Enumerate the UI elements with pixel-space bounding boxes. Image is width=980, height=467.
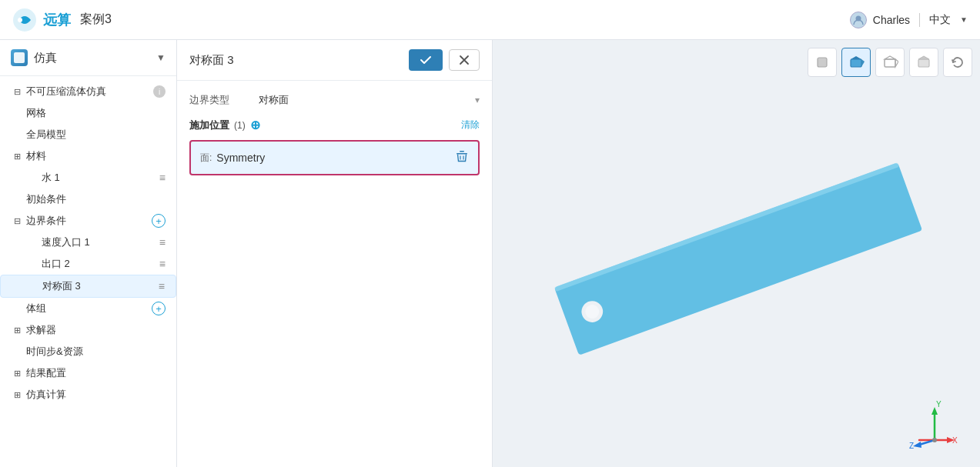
expand-icon-incompressible: ⊟ <box>11 85 23 98</box>
result-config-label: 结果配置 <box>26 366 166 380</box>
delete-location-btn[interactable] <box>455 149 469 166</box>
svg-point-1 <box>18 18 22 22</box>
axis-indicator: Y X Z <box>908 398 962 452</box>
boundary-type-value[interactable]: 对称面 ▾ <box>259 93 480 107</box>
svg-text:X: X <box>952 436 958 445</box>
viewport: Y X Z <box>493 40 980 467</box>
initial-label: 初始条件 <box>26 192 166 206</box>
svg-rect-3 <box>457 153 467 155</box>
solver-label: 求解器 <box>26 323 166 337</box>
expand-icon-materials: ⊞ <box>11 150 23 162</box>
outlet-action-icon[interactable]: ≡ <box>159 258 166 270</box>
symmetry-label: 对称面 3 <box>42 279 159 293</box>
sidebar-item-velocity-inlet[interactable]: 速度入口 1 ≡ <box>0 232 176 253</box>
location-value: Symmetry <box>216 152 455 164</box>
sidebar-item-water1[interactable]: 水 1 ≡ <box>0 167 176 188</box>
expand-icon-boundary: ⊟ <box>11 215 23 227</box>
user-name: Charles <box>873 14 910 26</box>
panel-actions <box>409 49 480 71</box>
user-avatar-icon <box>850 12 867 28</box>
sidebar-tree: ⊟ 不可压缩流体仿真 i 网格 全局模型 ⊞ 材料 水 1 <box>0 76 176 467</box>
expand-icon-result-config: ⊞ <box>11 367 23 379</box>
panel-header: 对称面 3 <box>177 40 492 81</box>
add-body-group-btn[interactable]: + <box>152 302 166 315</box>
sidebar: 仿真 ▼ ⊟ 不可压缩流体仿真 i 网格 全局模型 ⊞ <box>0 40 177 467</box>
svg-marker-27 <box>913 442 921 448</box>
sidebar-item-solver[interactable]: ⊞ 求解器 <box>0 319 176 341</box>
boundary-type-chevron: ▾ <box>475 95 480 105</box>
sidebar-item-incompressible[interactable]: ⊟ 不可压缩流体仿真 i <box>0 81 176 102</box>
svg-rect-16 <box>554 162 922 355</box>
location-section-title: 施加位置 <box>189 118 229 132</box>
expand-icon-solver: ⊞ <box>11 324 23 336</box>
materials-label: 材料 <box>26 149 166 163</box>
logo-text: 远算 <box>43 11 71 29</box>
boundary-label: 边界条件 <box>26 214 152 228</box>
lang-dropdown-arrow[interactable]: ▼ <box>960 15 968 24</box>
sidebar-collapse-arrow[interactable]: ▼ <box>156 52 166 63</box>
header: 远算 案例3 Charles 中文 ▼ <box>0 0 980 40</box>
sidebar-item-body-group[interactable]: 体组 + <box>0 298 176 319</box>
sidebar-item-mesh[interactable]: 网格 <box>0 102 176 124</box>
location-section-header: 施加位置 (1) ⊕ 清除 <box>189 118 480 132</box>
boundary-type-text: 对称面 <box>259 93 289 107</box>
global-model-label: 全局模型 <box>26 128 166 142</box>
panel-title: 对称面 3 <box>189 53 234 68</box>
sidebar-item-sim-calc[interactable]: ⊞ 仿真计算 <box>0 384 176 405</box>
simulation-icon <box>11 49 28 66</box>
sidebar-item-time-resource[interactable]: 时间步&资源 <box>0 341 176 362</box>
location-prefix: 面: <box>200 152 212 165</box>
time-resource-label: 时间步&资源 <box>26 345 166 359</box>
sidebar-title: 仿真 <box>11 49 57 66</box>
velocity-inlet-label: 速度入口 1 <box>42 235 159 249</box>
velocity-inlet-action-icon[interactable]: ≡ <box>159 236 166 249</box>
outlet-label: 出口 2 <box>42 257 159 271</box>
water1-action-icon[interactable]: ≡ <box>159 172 166 184</box>
location-item: 面: Symmetry <box>189 140 480 175</box>
user-section: Charles <box>850 12 910 28</box>
confirm-button[interactable] <box>409 49 443 71</box>
add-boundary-btn[interactable]: + <box>152 214 166 228</box>
sidebar-item-boundary[interactable]: ⊟ 边界条件 + <box>0 210 176 232</box>
info-icon-incompressible: i <box>153 85 166 98</box>
water1-label: 水 1 <box>42 171 159 185</box>
location-count-badge: (1) <box>234 120 246 131</box>
sidebar-header: 仿真 ▼ <box>0 40 176 76</box>
body-group-label: 体组 <box>26 302 152 315</box>
logo-icon <box>12 8 37 32</box>
add-location-btn[interactable]: ⊕ <box>250 118 260 132</box>
sim-calc-label: 仿真计算 <box>26 388 166 402</box>
header-right: Charles 中文 ▼ <box>850 12 968 28</box>
incompressible-label: 不可压缩流体仿真 <box>26 85 150 98</box>
symmetry-action-icon[interactable]: ≡ <box>159 280 165 292</box>
svg-text:Z: Z <box>909 442 914 450</box>
panel: 对称面 3 边界类型 对称面 ▾ 施加位置 <box>177 40 493 467</box>
boundary-type-label: 边界类型 <box>189 93 259 107</box>
sidebar-item-initial[interactable]: 初始条件 <box>0 188 176 210</box>
sidebar-item-result-config[interactable]: ⊞ 结果配置 <box>0 362 176 384</box>
project-name: 案例3 <box>80 12 112 28</box>
logo: 远算 <box>12 8 71 32</box>
expand-icon-sim-calc: ⊞ <box>11 389 23 401</box>
sidebar-item-symmetry[interactable]: 对称面 3 ≡ <box>0 275 176 298</box>
sidebar-title-label: 仿真 <box>34 51 57 65</box>
header-divider <box>919 13 920 27</box>
svg-point-29 <box>932 438 937 442</box>
cancel-button[interactable] <box>449 49 480 71</box>
clear-location-btn[interactable]: 清除 <box>461 118 480 132</box>
sidebar-item-materials[interactable]: ⊞ 材料 <box>0 145 176 167</box>
sidebar-item-global-model[interactable]: 全局模型 <box>0 124 176 145</box>
sidebar-item-outlet[interactable]: 出口 2 ≡ <box>0 253 176 275</box>
lang-switcher[interactable]: 中文 <box>929 13 951 27</box>
panel-body: 边界类型 对称面 ▾ 施加位置 (1) ⊕ 清除 面: Symmetry <box>177 81 492 467</box>
header-left: 远算 案例3 <box>12 8 112 32</box>
svg-text:Y: Y <box>936 400 942 409</box>
svg-rect-4 <box>460 151 464 152</box>
main-layout: 仿真 ▼ ⊟ 不可压缩流体仿真 i 网格 全局模型 ⊞ <box>0 40 980 467</box>
mesh-label: 网格 <box>26 106 166 120</box>
boundary-type-row: 边界类型 对称面 ▾ <box>189 93 480 107</box>
